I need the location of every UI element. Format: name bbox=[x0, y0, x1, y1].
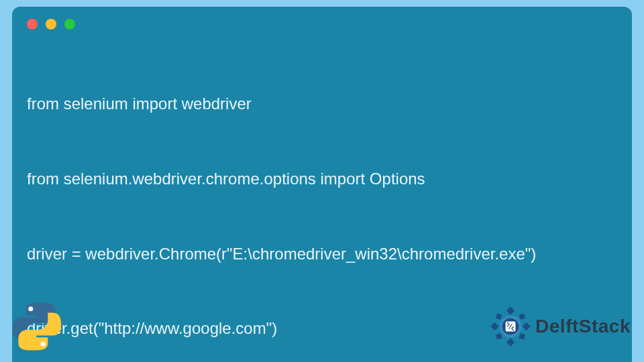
svg-marker-2 bbox=[506, 306, 515, 314]
svg-marker-4 bbox=[490, 322, 498, 330]
code-line: driver = webdriver.Chrome(r"E:\chromedri… bbox=[27, 241, 617, 266]
maximize-icon[interactable] bbox=[64, 19, 75, 29]
svg-marker-7 bbox=[519, 313, 525, 320]
minimize-icon[interactable] bbox=[46, 19, 56, 29]
svg-marker-9 bbox=[519, 333, 525, 340]
brand-name: DelftStack bbox=[535, 316, 631, 337]
svg-point-1 bbox=[41, 342, 46, 347]
svg-marker-6 bbox=[496, 313, 502, 320]
delftstack-emblem-icon bbox=[490, 306, 531, 347]
window-controls bbox=[27, 19, 617, 29]
svg-marker-5 bbox=[522, 322, 530, 330]
code-line: from selenium.webdriver.chrome.options i… bbox=[27, 166, 617, 191]
close-icon[interactable] bbox=[27, 19, 38, 29]
brand-area: DelftStack bbox=[490, 306, 631, 347]
svg-marker-3 bbox=[506, 338, 515, 346]
svg-point-0 bbox=[28, 306, 33, 311]
svg-marker-8 bbox=[496, 333, 502, 340]
code-line: from selenium import webdriver bbox=[27, 91, 617, 116]
python-logo-icon bbox=[11, 300, 63, 353]
